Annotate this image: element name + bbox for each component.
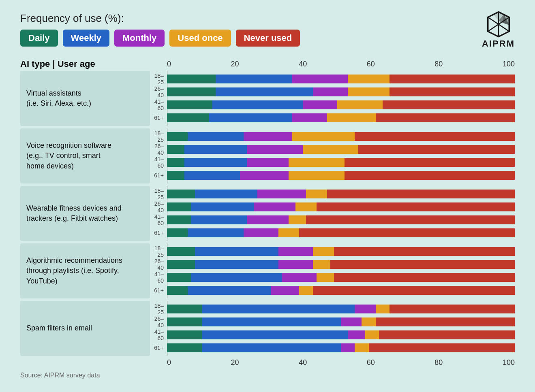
logo-text: AIPRM bbox=[482, 38, 515, 49]
bar-segment-usedonce bbox=[289, 171, 344, 180]
bar-segment-neverused bbox=[383, 100, 515, 109]
bar-segment-monthly bbox=[247, 215, 289, 224]
bar-segment-monthly bbox=[257, 190, 306, 198]
bar-segment-usedonce bbox=[376, 305, 389, 313]
bar-segment-neverused bbox=[369, 343, 515, 352]
bar-segment-weekly bbox=[191, 273, 282, 282]
bar-segment-weekly bbox=[191, 215, 247, 224]
bar-track bbox=[167, 87, 515, 96]
bar-row: 61+ bbox=[150, 112, 515, 124]
bar-track bbox=[167, 75, 515, 83]
bar-row: 41–60 bbox=[150, 99, 515, 111]
axis-label-top: 0 bbox=[167, 60, 171, 68]
category-label: Spam filters in email bbox=[20, 301, 150, 356]
bar-segment-neverused bbox=[334, 247, 515, 256]
bar-track bbox=[167, 317, 515, 326]
age-label: 18–25 bbox=[150, 72, 167, 85]
axis-label-top: 60 bbox=[367, 60, 375, 68]
bar-track bbox=[167, 145, 515, 154]
bar-row: 26–40 bbox=[150, 259, 515, 270]
bar-segment-weekly bbox=[202, 330, 348, 339]
bar-track bbox=[167, 343, 515, 352]
category-block: Algorithmic recommendations through play… bbox=[20, 243, 515, 298]
bar-segment-usedonce bbox=[313, 247, 334, 256]
bar-segment-daily bbox=[167, 113, 209, 122]
axis-label-bottom: 80 bbox=[434, 358, 443, 367]
bar-segment-daily bbox=[167, 260, 195, 269]
legend-pill-used-once: Used once bbox=[169, 30, 231, 47]
age-label: 61+ bbox=[150, 287, 167, 294]
bar-segment-neverused bbox=[299, 228, 515, 237]
bar-segment-usedonce bbox=[348, 87, 389, 96]
bar-segment-usedonce bbox=[303, 145, 358, 154]
bar-track bbox=[167, 100, 515, 109]
bar-segment-daily bbox=[167, 132, 188, 141]
bar-track bbox=[167, 190, 515, 198]
bar-segment-daily bbox=[167, 330, 202, 339]
age-label: 61+ bbox=[150, 230, 167, 236]
bar-segment-monthly bbox=[282, 273, 317, 282]
axis-label-bottom: 60 bbox=[367, 358, 375, 367]
bar-row: 18–25 bbox=[150, 188, 515, 200]
axis-bottom: 020406080100 bbox=[20, 358, 515, 367]
bar-row: 61+ bbox=[150, 285, 515, 296]
age-label: 61+ bbox=[150, 115, 167, 121]
bar-segment-usedonce bbox=[278, 228, 299, 237]
bar-segment-daily bbox=[167, 171, 184, 180]
bar-segment-monthly bbox=[278, 247, 313, 256]
bars-area: 18–2526–4041–6061+ bbox=[150, 71, 515, 126]
bar-row: 26–40 bbox=[150, 86, 515, 98]
bar-track bbox=[167, 132, 515, 141]
axis-label-bottom: 0 bbox=[167, 358, 171, 367]
bar-segment-daily bbox=[167, 190, 195, 198]
bar-segment-neverused bbox=[334, 273, 515, 282]
age-label: 26–40 bbox=[150, 85, 167, 98]
bar-row: 18–25 bbox=[150, 303, 515, 315]
bar-segment-weekly bbox=[195, 260, 278, 269]
bar-row: 26–40 bbox=[150, 144, 515, 155]
bar-segment-neverused bbox=[379, 330, 515, 339]
chart-title: Frequency of use (%): bbox=[20, 12, 300, 25]
bar-segment-usedonce bbox=[337, 100, 383, 109]
bar-row: 18–25 bbox=[150, 246, 515, 257]
bar-segment-usedonce bbox=[289, 215, 306, 224]
bar-segment-monthly bbox=[278, 260, 313, 269]
bar-row: 26–40 bbox=[150, 316, 515, 328]
age-label: 61+ bbox=[150, 345, 167, 351]
bar-segment-daily bbox=[167, 317, 202, 326]
bar-segment-neverused bbox=[389, 87, 515, 96]
bar-segment-weekly bbox=[184, 145, 247, 154]
bar-segment-daily bbox=[167, 286, 188, 295]
bar-segment-monthly bbox=[292, 75, 348, 83]
bar-segment-usedonce bbox=[292, 132, 355, 141]
bar-row: 18–25 bbox=[150, 131, 515, 142]
age-label: 18–25 bbox=[150, 130, 167, 143]
bar-segment-daily bbox=[167, 273, 191, 282]
bar-segment-usedonce bbox=[365, 330, 379, 339]
axis-label-bottom: 40 bbox=[299, 358, 307, 367]
bar-segment-monthly bbox=[240, 171, 289, 180]
age-label: 41–60 bbox=[150, 213, 167, 226]
bar-segment-daily bbox=[167, 75, 216, 83]
bar-segment-monthly bbox=[254, 202, 295, 211]
chart-body: Virtual assistants (i.e. Siri, Alexa, et… bbox=[20, 71, 515, 356]
age-label: 26–40 bbox=[150, 315, 167, 328]
age-label: 26–40 bbox=[150, 258, 167, 271]
bar-segment-neverused bbox=[376, 317, 515, 326]
legend-row: DailyWeeklyMonthlyUsed onceNever used bbox=[20, 30, 300, 47]
bar-segment-daily bbox=[167, 100, 212, 109]
bar-track bbox=[167, 286, 515, 295]
bar-segment-usedonce bbox=[317, 273, 334, 282]
bar-segment-weekly bbox=[216, 75, 292, 83]
chart-section: AI type | User age 020406080100 Virtual … bbox=[20, 57, 515, 367]
bar-segment-usedonce bbox=[299, 286, 313, 295]
bar-segment-weekly bbox=[202, 317, 341, 326]
category-block: Virtual assistants (i.e. Siri, Alexa, et… bbox=[20, 71, 515, 126]
bar-segment-neverused bbox=[313, 286, 515, 295]
bar-segment-neverused bbox=[317, 202, 515, 211]
age-label: 18–25 bbox=[150, 245, 167, 258]
bar-segment-monthly bbox=[292, 113, 327, 122]
bar-segment-neverused bbox=[327, 190, 515, 198]
legend-pill-monthly: Monthly bbox=[114, 30, 165, 47]
axis-label-bottom: 100 bbox=[503, 358, 515, 367]
